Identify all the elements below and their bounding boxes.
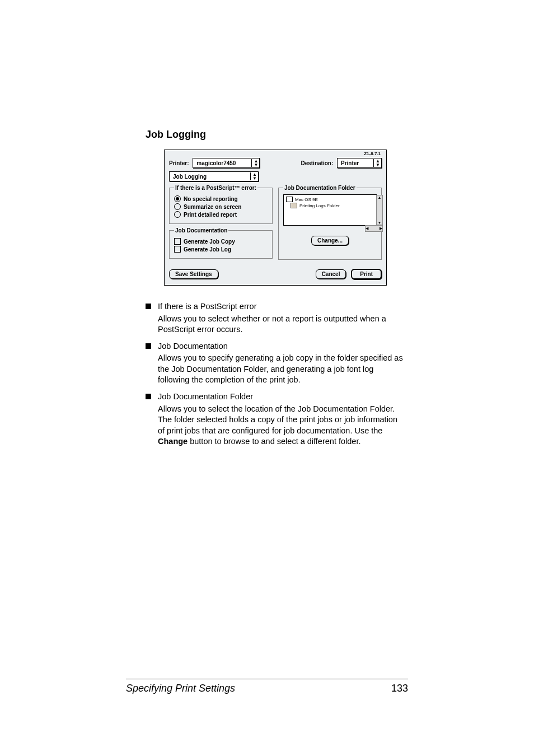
checkbox-icon [174, 238, 181, 245]
list-item[interactable]: Mac OS 9E [286, 197, 374, 202]
bullet-text: Allows you to select the location of the… [158, 404, 405, 447]
printer-label: Printer: [169, 160, 189, 166]
destination-popup[interactable]: Printer ▲▼ [337, 158, 382, 168]
scroll-up-icon: ▲ [378, 195, 382, 199]
radio-summarize-on-screen[interactable]: Summarize on screen [174, 203, 268, 210]
list-item-label: Mac OS 9E [295, 197, 318, 202]
checkbox-label: Generate Job Copy [184, 239, 235, 245]
bullet-title: If there is a PostScript error [158, 301, 405, 312]
checkbox-generate-job-copy[interactable]: Generate Job Copy [174, 238, 268, 245]
save-settings-button[interactable]: Save Settings [169, 269, 218, 279]
square-bullet-icon [146, 394, 151, 399]
square-bullet-icon [146, 304, 151, 309]
description-list: If there is a PostScript error Allows yo… [146, 301, 405, 447]
bullet-text-bold: Change [158, 437, 188, 446]
checkbox-label: Generate Job Log [184, 246, 231, 253]
cancel-button[interactable]: Cancel [316, 269, 346, 279]
folder-listbox[interactable]: Mac OS 9E Printing Logs Folder ▲ ▼ [283, 194, 377, 226]
radio-no-special-reporting[interactable]: No special reporting [174, 195, 268, 202]
bullet-title: Job Documentation [158, 341, 405, 352]
bullet-item: Job Documentation Allows you to specify … [146, 341, 405, 386]
postscript-error-legend: If there is a PostScript™ error: [174, 185, 257, 191]
print-dialog: Z1-8.7.1 Printer: magicolor7450 ▲▼ Desti… [164, 150, 387, 286]
footer-rule [126, 679, 408, 679]
destination-label: Destination: [301, 160, 333, 166]
job-documentation-folder-legend: Job Documentation Folder [283, 185, 357, 191]
popup-arrows-icon: ▲▼ [373, 159, 380, 167]
printer-value: magicolor7450 [196, 160, 236, 166]
vertical-scrollbar[interactable]: ▲ ▼ [376, 195, 383, 225]
radio-label: Print detailed report [184, 212, 237, 218]
popup-arrows-icon: ▲▼ [251, 159, 258, 167]
destination-value: Printer [341, 160, 359, 166]
radio-print-detailed-report[interactable]: Print detailed report [174, 211, 268, 218]
bullet-item: If there is a PostScript error Allows yo… [146, 301, 405, 335]
printer-popup[interactable]: magicolor7450 ▲▼ [193, 158, 260, 168]
postscript-error-group: If there is a PostScript™ error: No spec… [169, 185, 273, 224]
list-item-label: Printing Logs Folder [299, 203, 340, 208]
job-documentation-folder-group: Job Documentation Folder Mac OS 9E Print… [278, 185, 382, 260]
checkbox-generate-job-log[interactable]: Generate Job Log [174, 246, 268, 253]
list-item[interactable]: Printing Logs Folder [291, 203, 374, 208]
section-heading: Job Logging [146, 129, 405, 141]
job-documentation-group: Job Documentation Generate Job Copy Gene… [169, 227, 273, 259]
change-button[interactable]: Change... [311, 236, 349, 245]
section-popup[interactable]: Job Logging ▲▼ [169, 171, 259, 181]
radio-label: No special reporting [184, 196, 238, 202]
disk-icon [286, 197, 293, 202]
destination-selector-group: Destination: Printer ▲▼ [301, 158, 382, 168]
job-documentation-legend: Job Documentation [174, 227, 228, 234]
page-number: 133 [391, 683, 408, 694]
bullet-text: Allows you to specify generating a job c… [158, 353, 405, 386]
radio-icon [174, 195, 181, 202]
print-button[interactable]: Print [351, 269, 382, 279]
page-footer: Specifying Print Settings 133 [126, 679, 408, 694]
bullet-text-pre: Allows you to select the location of the… [158, 404, 397, 435]
scroll-left-icon: ◀ [366, 226, 368, 231]
printer-selector-group: Printer: magicolor7450 ▲▼ [169, 158, 260, 168]
scroll-right-icon: ▶ [380, 226, 382, 231]
dialog-screenshot: Z1-8.7.1 Printer: magicolor7450 ▲▼ Desti… [146, 150, 405, 286]
section-popup-value: Job Logging [173, 174, 207, 180]
popup-arrows-icon: ▲▼ [250, 172, 257, 180]
radio-label: Summarize on screen [184, 204, 241, 210]
bullet-title: Job Documentation Folder [158, 391, 405, 403]
horizontal-scrollbar[interactable]: ◀ ▶ [365, 225, 383, 232]
scroll-down-icon: ▼ [378, 221, 382, 225]
radio-icon [174, 211, 181, 218]
bullet-text-post: button to browse to and select a differe… [188, 437, 360, 446]
radio-icon [174, 203, 181, 210]
footer-section-title: Specifying Print Settings [126, 683, 235, 694]
square-bullet-icon [146, 343, 151, 349]
bullet-item: Job Documentation Folder Allows you to s… [146, 391, 405, 447]
folder-icon [291, 203, 297, 208]
bullet-text: Allows you to select whether or not a re… [158, 314, 405, 335]
checkbox-icon [174, 246, 181, 253]
dialog-version: Z1-8.7.1 [364, 151, 381, 156]
